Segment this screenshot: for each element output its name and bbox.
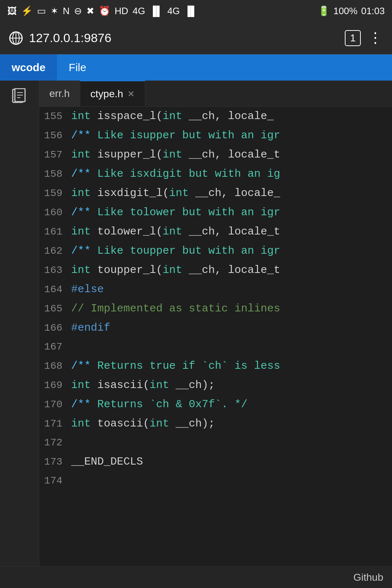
code-line-163: 163 int toupper_l(int __ch, locale_t bbox=[39, 261, 392, 280]
usb-icon: ⚡ bbox=[21, 5, 33, 17]
code-line-160: 160 /** Like tolower but with an igr bbox=[39, 203, 392, 222]
globe-icon bbox=[9, 31, 23, 45]
code-line-167: 167 bbox=[39, 338, 392, 356]
battery-percent: 100% bbox=[333, 5, 358, 17]
line-num-160: 160 bbox=[42, 203, 71, 222]
sync-icon: ✖ bbox=[86, 5, 94, 17]
code-line-166: 166 #endif bbox=[39, 318, 392, 338]
alarm-icon: ⏰ bbox=[99, 5, 110, 17]
tab-err-h-label: err.h bbox=[49, 88, 70, 99]
url-section[interactable]: 127.0.0.1:9876 bbox=[9, 31, 111, 45]
line-165-content: // Implemented as static inlines bbox=[71, 299, 280, 318]
line-num-156: 156 bbox=[42, 126, 71, 145]
line-num-172: 172 bbox=[42, 433, 71, 452]
code-line-158: 158 /** Like isxdigit but with an ig bbox=[39, 164, 392, 184]
code-line-165: 165 // Implemented as static inlines bbox=[39, 299, 392, 318]
line-155-content: int isspace_l(int __ch, locale_ bbox=[71, 107, 274, 126]
sidebar bbox=[0, 81, 39, 566]
line-158-content: /** Like isxdigit but with an ig bbox=[71, 164, 280, 183]
tab-ctype-h-label: ctype.h bbox=[90, 88, 123, 100]
line-num-157: 157 bbox=[42, 146, 71, 164]
tab-err-h[interactable]: err.h bbox=[39, 81, 80, 106]
bluetooth-icon: ✶ bbox=[50, 5, 58, 17]
code-line-168: 168 /** Returns true if `ch` is less bbox=[39, 356, 392, 376]
line-157-content: int isupper_l(int __ch, locale_t bbox=[71, 145, 280, 164]
toolbar-wcode-label: wcode bbox=[12, 61, 45, 74]
status-right: 🔋 100% 01:03 bbox=[318, 5, 385, 17]
line-160-content: /** Like tolower but with an igr bbox=[71, 203, 280, 222]
line-156-content: /** Like isupper but with an igr bbox=[71, 126, 280, 145]
line-num-170: 170 bbox=[42, 395, 71, 414]
screen-icon: ▭ bbox=[37, 5, 46, 17]
browser-controls: 1 ⋮ bbox=[345, 29, 383, 47]
github-link[interactable]: Github bbox=[354, 572, 384, 583]
signal-icon: ▐▌ bbox=[150, 5, 163, 17]
line-num-162: 162 bbox=[42, 242, 71, 261]
code-line-173: 173 __END_DECLS bbox=[39, 452, 392, 471]
line-num-171: 171 bbox=[42, 415, 71, 433]
code-line-170: 170 /** Returns `ch & 0x7f`. */ bbox=[39, 395, 392, 414]
line-num-174: 174 bbox=[42, 471, 71, 490]
main-area: err.h ctype.h ✕ 155 int isspace_l(int __… bbox=[0, 81, 392, 566]
image-icon: 🖼 bbox=[7, 5, 17, 17]
code-line-159: 159 int isxdigit_l(int __ch, locale_ bbox=[39, 184, 392, 203]
signal2-icon: ▐▌ bbox=[184, 5, 198, 17]
code-editor: 155 int isspace_l(int __ch, locale_ 156 … bbox=[39, 107, 392, 566]
clock: 01:03 bbox=[361, 5, 385, 17]
line-num-173: 173 bbox=[42, 453, 71, 471]
line-161-content: int tolower_l(int __ch, locale_t bbox=[71, 222, 280, 241]
status-bar: 🖼 ⚡ ▭ ✶ N ⊖ ✖ ⏰ HD 4G ▐▌ 4G ▐▌ 🔋 100% 01… bbox=[0, 0, 392, 22]
line-166-content: #endif bbox=[71, 318, 110, 337]
line-169-content: int isascii(int __ch); bbox=[71, 376, 215, 395]
line-num-155: 155 bbox=[42, 107, 71, 126]
dnd-icon: ⊖ bbox=[74, 5, 82, 17]
line-num-168: 168 bbox=[42, 357, 71, 376]
editor-area: err.h ctype.h ✕ 155 int isspace_l(int __… bbox=[39, 81, 392, 566]
line-num-167: 167 bbox=[42, 338, 71, 356]
url-text[interactable]: 127.0.0.1:9876 bbox=[29, 31, 111, 45]
sidebar-files-icon[interactable] bbox=[9, 86, 30, 108]
status-icons: 🖼 ⚡ ▭ ✶ N ⊖ ✖ ⏰ HD 4G ▐▌ 4G ▐▌ bbox=[7, 5, 197, 17]
toolbar-file[interactable]: File bbox=[57, 54, 98, 81]
bottom-bar: Github bbox=[0, 566, 392, 588]
toolbar-wcode[interactable]: wcode bbox=[0, 54, 57, 81]
line-num-158: 158 bbox=[42, 165, 71, 184]
code-line-157: 157 int isupper_l(int __ch, locale_t bbox=[39, 145, 392, 164]
code-line-171: 171 int toascii(int __ch); bbox=[39, 414, 392, 433]
line-num-164: 164 bbox=[42, 280, 71, 299]
browser-menu-button[interactable]: ⋮ bbox=[368, 29, 383, 47]
code-line-164: 164 #else bbox=[39, 280, 392, 299]
address-bar: 127.0.0.1:9876 1 ⋮ bbox=[0, 22, 392, 54]
line-171-content: int toascii(int __ch); bbox=[71, 414, 215, 433]
line-num-165: 165 bbox=[42, 299, 71, 318]
line-173-content: __END_DECLS bbox=[71, 452, 143, 471]
line-num-161: 161 bbox=[42, 222, 71, 241]
app-toolbar: wcode File bbox=[0, 54, 392, 81]
network-4g-icon: 4G bbox=[132, 5, 145, 17]
toolbar-file-label: File bbox=[69, 61, 86, 74]
line-164-content: #else bbox=[71, 280, 104, 299]
code-line-156: 156 /** Like isupper but with an igr bbox=[39, 126, 392, 145]
nfc-icon: N bbox=[63, 5, 70, 17]
tab-ctype-h[interactable]: ctype.h ✕ bbox=[80, 81, 145, 106]
line-163-content: int toupper_l(int __ch, locale_t bbox=[71, 261, 280, 279]
line-num-169: 169 bbox=[42, 376, 71, 395]
line-168-content: /** Returns true if `ch` is less bbox=[71, 356, 280, 375]
line-159-content: int isxdigit_l(int __ch, locale_ bbox=[71, 184, 280, 203]
code-line-162: 162 /** Like toupper but with an igr bbox=[39, 241, 392, 261]
network-4g2-icon: 4G bbox=[167, 5, 180, 17]
code-line-155: 155 int isspace_l(int __ch, locale_ bbox=[39, 107, 392, 126]
hd-icon: HD bbox=[115, 5, 128, 17]
line-num-159: 159 bbox=[42, 184, 71, 203]
tab-count-badge[interactable]: 1 bbox=[345, 30, 361, 46]
line-162-content: /** Like toupper but with an igr bbox=[71, 241, 280, 260]
code-line-174: 174 bbox=[39, 471, 392, 490]
line-num-166: 166 bbox=[42, 319, 71, 338]
line-170-content: /** Returns `ch & 0x7f`. */ bbox=[71, 395, 248, 414]
tab-ctype-h-close[interactable]: ✕ bbox=[127, 89, 135, 99]
code-line-161: 161 int tolower_l(int __ch, locale_t bbox=[39, 222, 392, 241]
tab-bar: err.h ctype.h ✕ bbox=[39, 81, 392, 107]
line-num-163: 163 bbox=[42, 261, 71, 280]
battery-icon: 🔋 bbox=[318, 5, 330, 17]
code-line-172: 172 bbox=[39, 433, 392, 452]
